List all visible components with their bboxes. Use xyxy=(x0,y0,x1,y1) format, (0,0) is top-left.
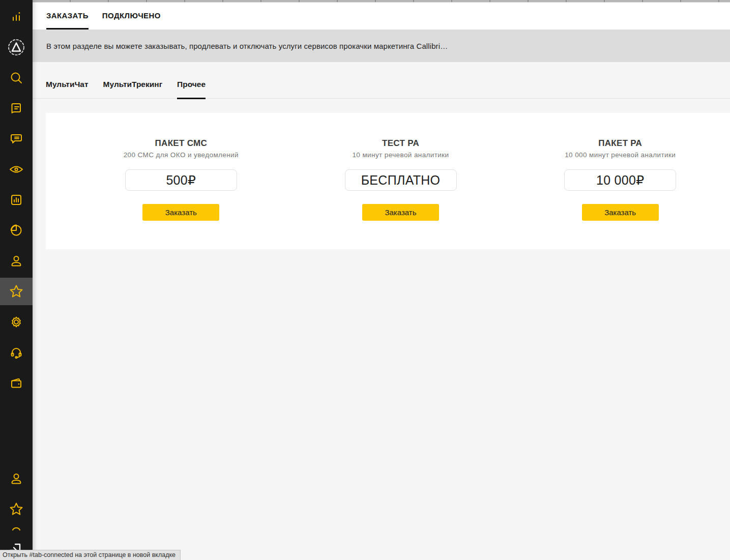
sidebar-item-favorites[interactable] xyxy=(0,495,33,523)
user-icon xyxy=(9,471,23,486)
product-title: ПАКЕТ РА xyxy=(510,138,730,149)
sidebar-item-stats[interactable] xyxy=(0,3,33,31)
sidebar-item-settings[interactable] xyxy=(0,308,33,336)
sidebar-item-user[interactable] xyxy=(0,247,33,275)
sidebar-item-billing[interactable] xyxy=(0,369,33,397)
status-text: Открыть #tab-connected на этой странице … xyxy=(3,551,176,558)
browser-status-tooltip: Открыть #tab-connected на этой странице … xyxy=(0,550,181,560)
price-value: БЕСПЛАТНО xyxy=(361,173,441,188)
tab-order[interactable]: ЗАКАЗАТЬ xyxy=(46,3,89,30)
pie-chart-icon xyxy=(9,223,23,237)
product-subtitle: 10 000 минут речевой аналитики xyxy=(510,151,730,159)
price-value: 500₽ xyxy=(166,173,196,188)
sidebar-item-pie-chart[interactable] xyxy=(0,216,33,244)
product-subtitle: 200 СМС для ОКО и уведомлений xyxy=(71,151,291,159)
sidebar-item-account[interactable] xyxy=(0,465,33,492)
tab-other[interactable]: Прочее xyxy=(177,80,206,98)
star-icon xyxy=(9,502,24,517)
price-box: БЕСПЛАТНО xyxy=(345,169,457,191)
gear-icon xyxy=(9,315,23,329)
price-value: 10 000₽ xyxy=(596,173,644,188)
product-title: ТЕСТ РА xyxy=(291,138,511,149)
bar-chart-icon xyxy=(9,193,23,207)
sidebar-item-eye[interactable] xyxy=(0,156,33,183)
user-icon xyxy=(9,254,23,268)
product-cards: ПАКЕТ СМС 200 СМС для ОКО и уведомлений … xyxy=(46,113,730,221)
main-content: ЗАКАЗАТЬ ПОДКЛЮЧЕНО В этом разделе вы мо… xyxy=(33,0,730,560)
service-tabs-zone: МультиЧат МультиТрекинг Прочее xyxy=(33,62,730,99)
order-button[interactable]: Заказать xyxy=(142,204,219,221)
product-card-test-ra: ТЕСТ РА 10 минут речевой аналитики БЕСПЛ… xyxy=(291,138,511,221)
order-button[interactable]: Заказать xyxy=(582,204,659,221)
wallet-icon xyxy=(9,376,23,390)
tab-connected[interactable]: ПОДКЛЮЧЕНО xyxy=(102,3,161,30)
partial-arc-icon xyxy=(12,526,21,530)
sidebar-item-partial[interactable] xyxy=(0,524,33,533)
browser-tab-strip xyxy=(33,0,730,3)
products-panel: ПАКЕТ СМС 200 СМС для ОКО и уведомлений … xyxy=(46,113,730,249)
headset-icon xyxy=(9,345,23,360)
tab-multichat[interactable]: МультиЧат xyxy=(46,80,89,98)
sidebar-item-services[interactable] xyxy=(0,278,33,305)
sidebar-item-bar-chart[interactable] xyxy=(0,186,33,214)
sidebar-item-logo[interactable] xyxy=(0,34,33,61)
sidebar xyxy=(0,0,33,560)
product-subtitle: 10 минут речевой аналитики xyxy=(291,151,511,159)
tab-multitracking[interactable]: МультиТрекинг xyxy=(103,80,163,98)
star-icon xyxy=(9,284,24,299)
sidebar-item-search[interactable] xyxy=(0,64,33,92)
product-card-sms: ПАКЕТ СМС 200 СМС для ОКО и уведомлений … xyxy=(71,138,291,221)
journal-icon xyxy=(9,101,23,115)
callibri-logo xyxy=(8,39,25,56)
chat-icon xyxy=(9,132,23,146)
service-tabs: МультиЧат МультиТрекинг Прочее xyxy=(33,80,730,99)
price-box: 500₽ xyxy=(125,169,237,191)
sidebar-item-journal[interactable] xyxy=(0,95,33,122)
info-banner-text: В этом разделе вы можете заказывать, про… xyxy=(46,42,448,50)
product-card-package-ra: ПАКЕТ РА 10 000 минут речевой аналитики … xyxy=(510,138,730,221)
search-icon xyxy=(9,71,23,85)
product-title: ПАКЕТ СМС xyxy=(71,138,291,149)
page-tabs: ЗАКАЗАТЬ ПОДКЛЮЧЕНО xyxy=(33,3,730,30)
stats-icon xyxy=(9,10,23,24)
sidebar-item-support[interactable] xyxy=(0,339,33,366)
eye-icon xyxy=(9,162,24,176)
order-button[interactable]: Заказать xyxy=(362,204,439,221)
sidebar-item-chat[interactable] xyxy=(0,125,33,153)
price-box: 10 000₽ xyxy=(564,169,676,191)
info-banner: В этом разделе вы можете заказывать, про… xyxy=(33,30,730,62)
